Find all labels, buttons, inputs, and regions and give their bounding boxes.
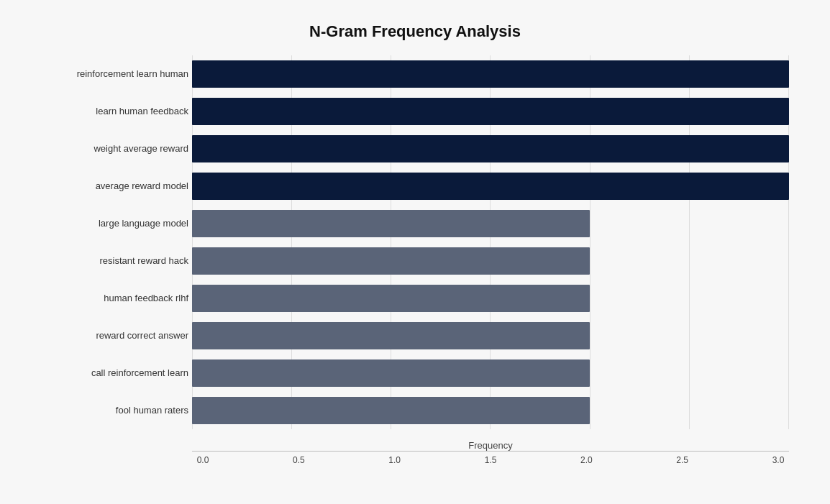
y-label: average reward model	[41, 168, 188, 205]
bar	[192, 60, 789, 88]
y-label: resistant reward hack	[41, 242, 188, 280]
bar-row	[192, 354, 789, 392]
x-axis: 0.00.51.01.52.02.53.0	[192, 451, 789, 465]
bar-row	[192, 168, 789, 205]
bars-area	[192, 55, 789, 451]
x-tick: 1.0	[384, 455, 406, 465]
y-label: fool human raters	[41, 392, 188, 429]
bar-row	[192, 392, 789, 429]
y-label: reinforcement learn human	[41, 55, 188, 93]
x-tick: 0.5	[288, 455, 309, 465]
bar	[192, 135, 789, 162]
bar-row	[192, 93, 789, 130]
bar-row	[192, 242, 789, 280]
bars-section: 0.00.51.01.52.02.53.0 Frequency	[192, 55, 789, 451]
bar	[192, 359, 590, 387]
bar-row	[192, 317, 789, 354]
bar	[192, 173, 789, 200]
bar	[192, 247, 590, 275]
x-axis-label: Frequency	[468, 440, 512, 451]
chart-title: N-Gram Frequency Analysis	[41, 22, 789, 41]
bar-row	[192, 55, 789, 93]
bar-row	[192, 130, 789, 168]
x-tick: 1.5	[480, 455, 501, 465]
y-label: human feedback rlhf	[41, 280, 188, 317]
chart-container: N-Gram Frequency Analysis reinforcement …	[19, 8, 811, 497]
bar	[192, 210, 590, 237]
bar	[192, 397, 590, 424]
x-tick: 0.0	[192, 455, 214, 465]
y-label: large language model	[41, 205, 188, 242]
x-tick: 3.0	[767, 455, 789, 465]
y-label: reward correct answer	[41, 317, 188, 354]
y-label: call reinforcement learn	[41, 354, 188, 392]
x-tick: 2.5	[672, 455, 693, 465]
bar	[192, 322, 590, 349]
y-label: weight average reward	[41, 130, 188, 168]
bar-row	[192, 280, 789, 317]
chart-area: reinforcement learn humanlearn human fee…	[41, 55, 789, 451]
x-tick: 2.0	[575, 455, 597, 465]
y-label: learn human feedback	[41, 93, 188, 130]
y-labels: reinforcement learn humanlearn human fee…	[41, 55, 192, 451]
bar	[192, 285, 590, 312]
bar-row	[192, 205, 789, 242]
bar	[192, 98, 789, 125]
